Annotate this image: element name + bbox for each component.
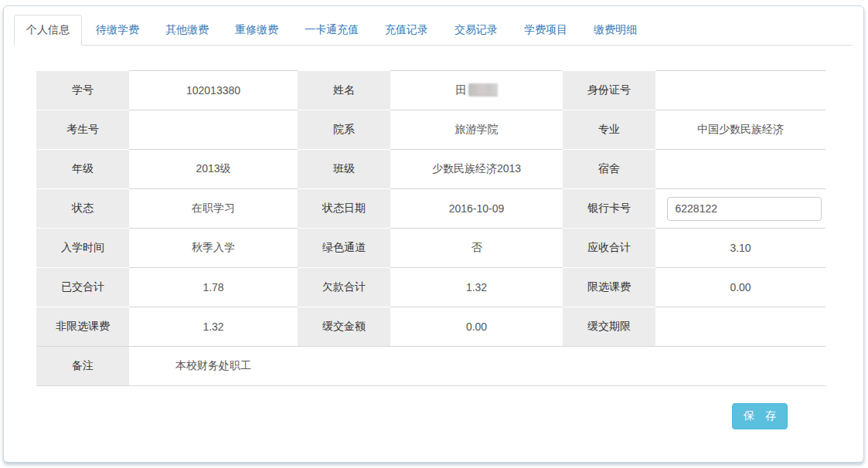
field-value-deferred-deadline [655, 307, 825, 347]
field-label-dorm: 宿舍 [563, 150, 655, 189]
field-value-id-card [655, 71, 825, 110]
field-label-department: 院系 [298, 110, 390, 150]
field-value-class: 少数民族经济2013 [390, 150, 563, 189]
field-value-enroll-time: 秋季入学 [129, 229, 298, 268]
field-value-non-limited-fee: 1.32 [129, 307, 298, 347]
field-value-paid-total: 1.78 [129, 268, 298, 307]
remark-row-filler [298, 347, 825, 386]
field-value-major: 中国少数民族经济 [655, 110, 825, 150]
field-value-limited-fee: 0.00 [655, 268, 825, 307]
save-button[interactable]: 保 存 [732, 403, 788, 429]
bank-card-input[interactable] [667, 197, 822, 221]
field-label-exam-no: 考生号 [36, 110, 129, 150]
field-value-name: 田 [390, 71, 563, 110]
tab-payment-details[interactable]: 缴费明细 [581, 15, 649, 46]
field-label-name: 姓名 [298, 71, 390, 110]
field-value-deferred-amount: 0.00 [390, 307, 563, 347]
tab-bar: 个人信息 待缴学费 其他缴费 重修缴费 一卡通充值 充值记录 交易记录 学费项目… [14, 15, 853, 46]
tab-tuition-items[interactable]: 学费项目 [512, 15, 580, 46]
field-label-enroll-time: 入学时间 [36, 229, 129, 268]
field-label-student-no: 学号 [36, 71, 129, 110]
table-row: 已交合计 1.78 欠款合计 1.32 限选课费 0.00 [36, 268, 825, 307]
tab-tuition-due[interactable]: 待缴学费 [83, 15, 151, 46]
redacted-name-mosaic [468, 83, 498, 95]
field-label-status: 状态 [36, 189, 129, 229]
tab-personal-info[interactable]: 个人信息 [14, 15, 82, 46]
field-label-id-card: 身份证号 [563, 71, 655, 110]
table-row: 备注 本校财务处职工 [36, 347, 825, 386]
field-label-major: 专业 [563, 110, 655, 150]
field-label-class: 班级 [298, 150, 390, 189]
field-value-status-date: 2016-10-09 [390, 189, 563, 229]
tab-other-payments[interactable]: 其他缴费 [153, 15, 221, 46]
field-label-non-limited-fee: 非限选课费 [36, 307, 129, 347]
field-label-status-date: 状态日期 [298, 189, 390, 229]
field-label-remark: 备注 [36, 347, 129, 386]
form-actions: 保 存 [36, 386, 825, 429]
field-value-student-no: 102013380 [129, 71, 298, 110]
field-label-limited-fee: 限选课费 [563, 268, 655, 307]
tab-recharge-records[interactable]: 充值记录 [373, 15, 441, 46]
field-label-deferred-deadline: 缓交期限 [563, 307, 655, 347]
field-label-owed-total: 欠款合计 [298, 268, 390, 307]
profile-table: 学号 102013380 姓名 田 身份证号 考生号 院系 旅游学院 专业 中国… [36, 70, 825, 386]
personal-info-content: 学号 102013380 姓名 田 身份证号 考生号 院系 旅游学院 专业 中国… [4, 46, 863, 429]
field-value-exam-no [129, 110, 298, 150]
field-value-dorm [655, 150, 825, 189]
field-value-status: 在职学习 [129, 189, 298, 229]
field-value-department: 旅游学院 [390, 110, 563, 150]
tab-retake-payments[interactable]: 重修缴费 [223, 15, 291, 46]
table-row: 考生号 院系 旅游学院 专业 中国少数民族经济 [36, 110, 825, 150]
table-row: 年级 2013级 班级 少数民族经济2013 宿舍 [36, 150, 825, 189]
table-row: 状态 在职学习 状态日期 2016-10-09 银行卡号 [36, 189, 825, 229]
field-value-grade: 2013级 [129, 150, 298, 189]
field-label-bank-card: 银行卡号 [563, 189, 655, 229]
field-label-grade: 年级 [36, 150, 129, 189]
field-label-green-channel: 绿色通道 [298, 229, 390, 268]
student-info-panel: 个人信息 待缴学费 其他缴费 重修缴费 一卡通充值 充值记录 交易记录 学费项目… [3, 5, 864, 463]
tab-transaction-records[interactable]: 交易记录 [442, 15, 510, 46]
table-row: 非限选课费 1.32 缓交金额 0.00 缓交期限 [36, 307, 825, 347]
field-value-owed-total: 1.32 [390, 268, 563, 307]
tab-campus-card-recharge[interactable]: 一卡通充值 [292, 15, 371, 46]
table-row: 入学时间 秋季入学 绿色通道 否 应收合计 3.10 [36, 229, 825, 268]
field-value-remark: 本校财务处职工 [129, 347, 298, 386]
table-row: 学号 102013380 姓名 田 身份证号 [36, 71, 825, 110]
field-value-receivable-total: 3.10 [655, 229, 825, 268]
field-label-paid-total: 已交合计 [36, 268, 129, 307]
field-value-green-channel: 否 [390, 229, 563, 268]
field-label-deferred-amount: 缓交金额 [298, 307, 390, 347]
field-label-receivable-total: 应收合计 [563, 229, 655, 268]
field-cell-bank-card [655, 189, 825, 229]
